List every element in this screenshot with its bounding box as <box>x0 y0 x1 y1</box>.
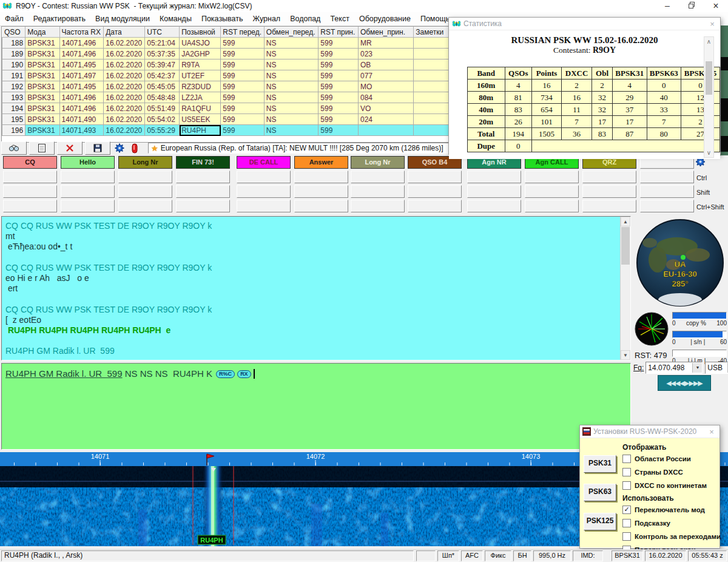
tune-indicator[interactable] <box>128 143 141 154</box>
delete-qso-button[interactable] <box>57 141 83 155</box>
log-column-header[interactable]: UTC <box>145 27 180 38</box>
log-row[interactable]: 195BPSK3114071,49016.02.202005:54:02US5E… <box>2 114 449 125</box>
title-bar[interactable]: R9OY - Contest: Russian WW PSK - Текущий… <box>0 0 728 12</box>
macro-button-blank[interactable] <box>408 185 462 198</box>
macro-button-blank[interactable] <box>582 185 636 198</box>
macro-button-blank[interactable] <box>294 200 348 212</box>
status-field[interactable]: Шп* <box>437 550 459 561</box>
statistics-title-bar[interactable]: Статистика × <box>449 18 720 30</box>
checkbox[interactable] <box>622 468 631 476</box>
macro-button-blank[interactable] <box>408 200 462 212</box>
log-column-header[interactable]: RST прин. <box>318 27 359 38</box>
frequency-combobox[interactable]: 14.070.498 ▼ <box>645 362 703 374</box>
settings-option-row[interactable]: ✓Переключатель мод <box>622 505 718 515</box>
cat-settings-indicator[interactable] <box>113 143 126 154</box>
macro-button-blank[interactable] <box>351 171 405 183</box>
checkbox[interactable] <box>622 532 631 541</box>
macro-button-blank[interactable] <box>118 185 172 198</box>
macro-button-blank[interactable] <box>118 200 172 212</box>
macro-button-blank[interactable] <box>176 171 230 183</box>
status-field[interactable] <box>416 550 436 561</box>
macro-button-blank[interactable] <box>640 171 694 183</box>
status-field[interactable]: Фикс <box>485 550 511 561</box>
psk-mode-button-psk125[interactable]: PSK125 <box>584 513 616 530</box>
log-column-header[interactable]: Частота RX <box>59 27 104 38</box>
log-row[interactable]: 193BPSK3114071,49616.02.202005:48:48LZ2J… <box>2 92 449 103</box>
macro-button-blank[interactable] <box>61 185 115 198</box>
logbook-button[interactable] <box>29 141 55 155</box>
macro-button-blank[interactable] <box>118 171 172 183</box>
minimize-button[interactable]: – <box>655 0 679 12</box>
sideband-combobox[interactable]: USB ▼ <box>705 362 728 374</box>
macro-button-blank[interactable] <box>351 185 405 198</box>
macro-button-long-nr[interactable]: Long Nr <box>118 156 172 169</box>
statistics-close-button[interactable]: × <box>704 19 720 29</box>
macro-button-cq[interactable]: CQ <box>3 156 57 169</box>
macro-button-blank[interactable] <box>351 200 405 212</box>
macro-button-blank[interactable] <box>3 171 57 183</box>
macro-button-blank[interactable] <box>176 185 230 198</box>
azimuth-globe[interactable]: UA EU-16-30 285° <box>635 217 726 308</box>
menu-item[interactable]: Файл <box>0 12 29 25</box>
status-field[interactable]: IMD: <box>573 550 603 561</box>
macro-button-blank[interactable] <box>467 200 521 212</box>
macro-button-blank[interactable] <box>294 171 348 183</box>
macro-button-blank[interactable] <box>237 185 291 198</box>
log-column-header[interactable]: Обмен_прин. <box>359 27 414 38</box>
menu-item[interactable]: Редактировать <box>29 12 90 25</box>
log-column-header[interactable]: Обмен_перед. <box>264 27 318 38</box>
save-qso-button[interactable] <box>85 141 110 155</box>
macro-button-blank[interactable] <box>525 185 579 198</box>
log-column-header[interactable]: Дата <box>104 27 145 38</box>
macro-button-blank[interactable] <box>408 171 462 183</box>
macro-button-hello[interactable]: Hello <box>61 156 115 169</box>
log-column-header[interactable]: RST перед. <box>221 27 264 38</box>
log-column-header[interactable]: QSO <box>2 27 25 38</box>
menu-item[interactable]: Журнал <box>248 12 286 25</box>
menu-item[interactable]: Показывать <box>197 12 248 25</box>
macro-button-blank[interactable] <box>176 200 230 212</box>
settings-option-row[interactable]: Контроль за переходами <box>622 532 718 541</box>
settings-option-row[interactable]: Подсказку <box>622 518 718 528</box>
settings-close-button[interactable]: × <box>704 427 720 436</box>
psk-mode-button-psk63[interactable]: PSK63 <box>584 484 616 501</box>
log-row[interactable]: 190BPSK3114071,49516.02.202005:39:47R9TA… <box>2 59 449 70</box>
macro-button-long-nr[interactable]: Long Nr <box>351 156 405 169</box>
log-row[interactable]: 194BPSK3114071,49616.02.202005:51:49RA1Q… <box>2 103 449 114</box>
macro-button-blank[interactable] <box>237 200 291 212</box>
log-column-header[interactable]: Мода <box>25 27 59 38</box>
macro-button-fin-73-[interactable]: FIN 73! <box>176 156 230 169</box>
rx-window[interactable]: CQ CQ RUS WW PSK TEST DE R9OY R9OY R9OY … <box>1 216 631 361</box>
scroll-up-icon[interactable]: ▲ <box>621 217 630 226</box>
status-field[interactable]: AFC <box>461 550 483 561</box>
close-button[interactable]: × <box>704 0 728 12</box>
settings-title-bar[interactable]: Установки RUS-WW-PSK-2020 × <box>580 425 720 438</box>
macro-button-blank[interactable] <box>640 200 694 212</box>
macro-button-blank[interactable] <box>237 171 291 183</box>
macro-button-blank[interactable] <box>525 171 579 183</box>
menu-item[interactable]: Водопад <box>285 12 325 25</box>
log-window[interactable]: QSOМодаЧастота RXДатаUTCПозывнойRST пере… <box>1 26 450 143</box>
macro-button-blank[interactable] <box>61 200 115 212</box>
status-field[interactable]: БН <box>513 550 531 561</box>
log-row[interactable]: 188BPSK3114071,49616.02.202005:21:04UA4S… <box>2 38 449 49</box>
menu-item[interactable]: Команды <box>155 12 197 25</box>
contest-settings-window[interactable]: Установки RUS-WW-PSK-2020 × PSK31PSK63PS… <box>579 425 720 549</box>
psk-mode-button-psk31[interactable]: PSK31 <box>584 455 616 473</box>
macro-button-blank[interactable] <box>3 200 57 212</box>
log-row[interactable]: 196BPSK3114071,49316.02.202005:55:29RU4P… <box>2 125 449 136</box>
menu-item[interactable]: Оборудование <box>354 12 416 25</box>
macro-button-answer[interactable]: Answer <box>294 156 348 169</box>
log-column-header[interactable]: Заметки <box>414 27 449 38</box>
log-row[interactable]: 189BPSK3114071,49616.02.202005:37:35JA2G… <box>2 49 449 59</box>
log-row[interactable]: 191BPSK3114071,49716.02.202005:42:37UT2E… <box>2 70 449 81</box>
checkbox[interactable] <box>622 519 631 527</box>
log-column-header[interactable]: Позывной <box>180 27 221 38</box>
macro-button-blank[interactable] <box>582 200 636 212</box>
checkbox[interactable] <box>622 455 631 463</box>
macro-button-blank[interactable] <box>525 200 579 212</box>
macro-button-blank[interactable] <box>467 171 521 183</box>
menu-item[interactable]: Текст <box>325 12 354 25</box>
menu-item[interactable]: Вид модуляции <box>90 12 155 25</box>
settings-option-row[interactable]: DXCC по континетам <box>622 481 718 490</box>
